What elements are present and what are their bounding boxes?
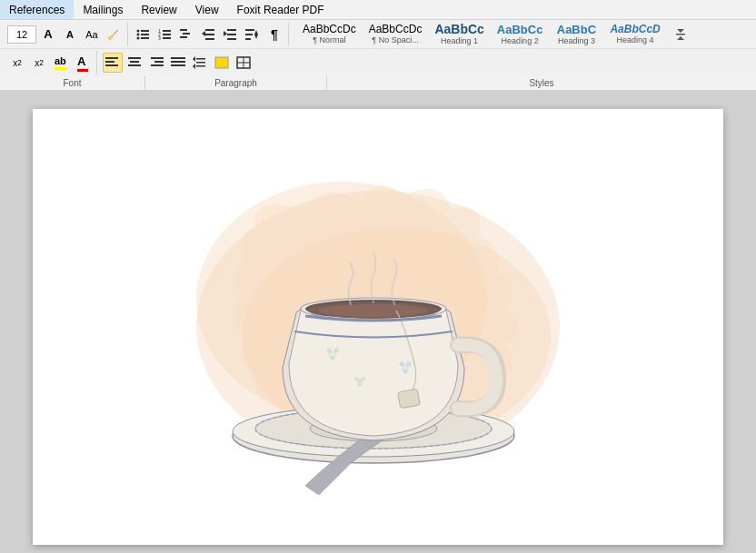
svg-point-80 [403, 366, 407, 370]
increase-indent[interactable] [221, 25, 241, 44]
styles-section: AaBbCcDc ¶ Normal AaBbCcDc ¶ No Spaci...… [291, 20, 752, 48]
svg-text:3: 3 [158, 35, 161, 41]
svg-marker-48 [193, 64, 195, 69]
bullets-button[interactable] [134, 25, 154, 44]
style-heading2[interactable]: AaBbCc Heading 2 [491, 21, 550, 48]
svg-marker-23 [224, 31, 227, 36]
decrease-indent[interactable] [199, 25, 219, 44]
justify-button[interactable] [168, 53, 188, 73]
paragraph-section-label: Paragraph [145, 76, 327, 90]
svg-point-71 [331, 352, 334, 356]
document-area [0, 91, 756, 553]
svg-rect-17 [205, 34, 214, 35]
svg-point-65 [319, 304, 428, 317]
style-heading1[interactable]: AaBbCc Heading 1 [428, 20, 490, 48]
style-normal-label: ¶ Normal [313, 35, 345, 44]
svg-rect-31 [676, 34, 685, 35]
svg-rect-14 [183, 33, 190, 35]
svg-rect-25 [245, 34, 253, 35]
style-heading1-preview: AaBbCc [434, 23, 483, 35]
align-center-button[interactable] [124, 53, 144, 73]
style-no-spacing-preview: AaBbCcDc [369, 24, 423, 35]
svg-rect-43 [171, 64, 185, 66]
style-normal[interactable]: AaBbCcDc ¶ Normal [296, 21, 363, 47]
svg-rect-4 [141, 34, 149, 35]
svg-rect-2 [141, 30, 149, 32]
svg-rect-6 [141, 37, 149, 39]
svg-marker-30 [677, 36, 684, 40]
menu-review[interactable]: Review [132, 0, 185, 19]
font-size-decrease[interactable]: A [60, 25, 80, 44]
svg-rect-12 [163, 37, 171, 39]
sort-button[interactable] [243, 25, 263, 44]
document-page [33, 109, 723, 545]
svg-rect-22 [227, 38, 236, 40]
numbering-button[interactable]: 123 [155, 25, 175, 44]
svg-point-68 [327, 349, 332, 353]
svg-rect-26 [245, 38, 251, 40]
style-no-spacing-label: ¶ No Spaci... [372, 35, 418, 44]
font-color-button[interactable]: A [73, 53, 93, 73]
font-section-label: Font [0, 76, 145, 90]
align-left-button[interactable] [103, 53, 123, 73]
svg-rect-8 [163, 30, 171, 32]
tea-cup-illustration [142, 136, 614, 518]
menu-foxit[interactable]: Foxit Reader PDF [228, 0, 333, 19]
svg-rect-66 [398, 389, 421, 409]
change-case[interactable]: Aa [82, 25, 102, 44]
menu-references[interactable]: References [0, 0, 74, 19]
svg-text:🧹: 🧹 [107, 29, 119, 41]
highlight-button[interactable]: ab [51, 53, 71, 73]
multilevel-list[interactable] [177, 25, 197, 44]
svg-rect-13 [180, 29, 187, 31]
pilcrow-button[interactable]: ¶ [264, 25, 284, 44]
menu-bar: References Mailings Review View Foxit Re… [0, 0, 756, 20]
borders-button[interactable] [234, 53, 254, 73]
font-section: A A Aa 🧹 [4, 23, 128, 45]
svg-rect-21 [227, 34, 236, 35]
svg-rect-41 [171, 57, 185, 59]
svg-rect-38 [151, 57, 164, 59]
svg-point-74 [362, 377, 365, 380]
paragraph-section-row1: 123 ¶ [130, 23, 289, 45]
shading-button[interactable] [212, 53, 232, 73]
svg-point-73 [354, 377, 358, 380]
style-heading3-preview: AaBbC [557, 24, 596, 35]
svg-rect-18 [205, 38, 214, 40]
style-normal-preview: AaBbCcDc [303, 24, 356, 35]
svg-rect-37 [128, 64, 141, 66]
style-heading4[interactable]: AaBbCcD Heading 4 [603, 21, 666, 47]
svg-rect-46 [196, 65, 205, 67]
style-heading3[interactable]: AaBbC Heading 3 [549, 21, 603, 48]
svg-rect-36 [130, 61, 139, 63]
svg-rect-16 [205, 29, 214, 31]
svg-point-1 [137, 29, 140, 32]
svg-point-77 [400, 362, 404, 367]
svg-rect-32 [105, 57, 118, 59]
svg-rect-20 [227, 29, 236, 31]
line-spacing-button[interactable] [190, 53, 210, 73]
menu-mailings[interactable]: Mailings [74, 0, 132, 19]
svg-marker-19 [202, 31, 205, 36]
svg-marker-28 [254, 35, 258, 39]
subscript-button[interactable]: x2 [29, 53, 49, 73]
style-heading2-preview: AaBbCc [497, 24, 543, 35]
svg-rect-49 [215, 57, 228, 68]
superscript-button[interactable]: x2 [7, 53, 27, 73]
svg-rect-39 [154, 61, 164, 63]
clear-formatting[interactable]: 🧹 [104, 25, 124, 44]
align-right-button[interactable] [146, 53, 166, 73]
font-size-input[interactable] [7, 25, 36, 44]
style-heading4-label: Heading 4 [617, 35, 654, 44]
styles-more[interactable] [671, 25, 691, 44]
ribbon-bottom-labels: Font Paragraph Styles [0, 76, 756, 91]
svg-marker-29 [677, 29, 684, 33]
svg-rect-35 [128, 57, 141, 59]
font-size-increase[interactable]: A [38, 25, 58, 44]
svg-rect-24 [245, 29, 254, 31]
svg-rect-45 [196, 62, 205, 64]
style-no-spacing[interactable]: AaBbCcDc ¶ No Spaci... [363, 21, 429, 47]
menu-view[interactable]: View [186, 0, 228, 19]
svg-rect-34 [105, 64, 118, 66]
style-heading4-preview: AaBbCcD [610, 24, 660, 35]
